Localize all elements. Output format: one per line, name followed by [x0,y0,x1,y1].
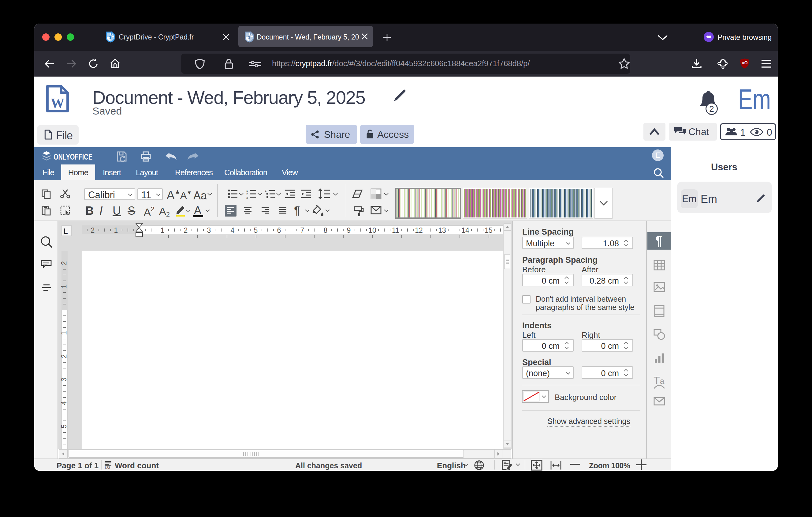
svg-text:2: 2 [246,193,248,196]
svg-text:1: 1 [265,189,266,192]
svg-text:123: 123 [104,466,110,469]
svg-text:1: 1 [246,189,248,192]
svg-text:W: W [51,95,64,111]
svg-text:3: 3 [246,196,248,199]
svg-text:uO: uO [742,60,748,65]
